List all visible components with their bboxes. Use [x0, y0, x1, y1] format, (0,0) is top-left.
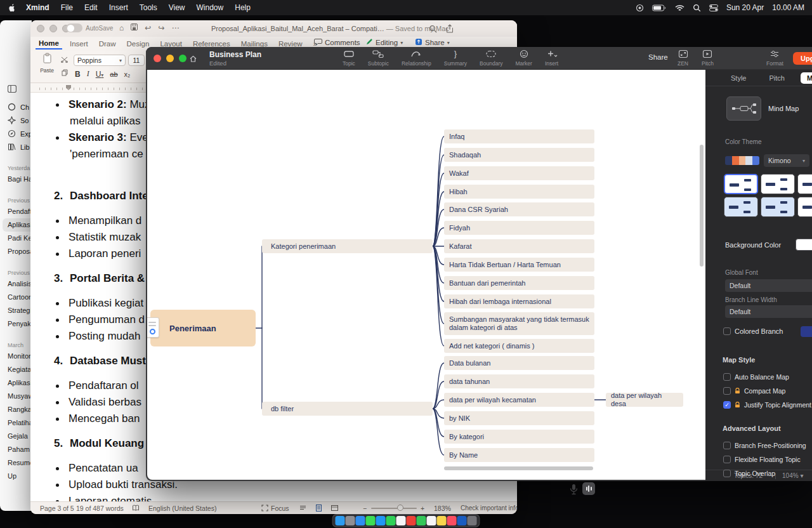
- dock-icon-word[interactable]: [457, 516, 467, 525]
- close-button[interactable]: [37, 25, 44, 32]
- copy-icon[interactable]: [62, 67, 68, 79]
- format-button[interactable]: Format: [766, 49, 783, 67]
- topic[interactable]: data tahunan: [444, 374, 594, 388]
- cut-icon[interactable]: [61, 54, 68, 65]
- record-indicator-icon[interactable]: [636, 4, 644, 12]
- dock-icon-messages[interactable]: [366, 516, 376, 525]
- topic[interactable]: by NIK: [444, 411, 594, 425]
- tool-marker[interactable]: Marker: [515, 49, 532, 67]
- checkbox-topic-overlap[interactable]: Topic Overlap: [723, 468, 812, 478]
- tool-relationship[interactable]: Relationship: [402, 49, 431, 67]
- subscript-button[interactable]: x₂: [124, 70, 131, 78]
- ribbon-tab-insert[interactable]: Insert: [67, 39, 91, 49]
- chat-item[interactable]: Padi Ken: [0, 232, 32, 245]
- editing-mode-button[interactable]: Editing ▾: [365, 38, 403, 47]
- theme-select[interactable]: Kimono▾: [764, 154, 809, 167]
- font-name-select[interactable]: Poppins▾: [74, 55, 126, 66]
- menu-edit[interactable]: Edit: [84, 3, 98, 12]
- important-info-notice[interactable]: Check important info.: [461, 505, 517, 512]
- dock-icon-finder[interactable]: [336, 516, 345, 525]
- horizontal-scrollbar[interactable]: [444, 466, 593, 470]
- topic[interactable]: Data bulanan: [444, 356, 594, 370]
- undo-icon[interactable]: ↩: [145, 23, 151, 32]
- dock-icon-calendar[interactable]: [427, 516, 436, 525]
- autosave-switch[interactable]: [66, 23, 82, 32]
- microphone-icon[interactable]: [569, 484, 579, 498]
- theme-thumbnail[interactable]: [724, 197, 758, 217]
- branch-color-swatch[interactable]: [801, 326, 812, 337]
- topic[interactable]: Shadaqah: [444, 148, 594, 162]
- sidebar-nav-exp[interactable]: Exp: [0, 127, 32, 140]
- topic[interactable]: Kategori penerimaan: [262, 239, 433, 253]
- view-draft-icon[interactable]: [299, 505, 306, 513]
- checkbox-icon[interactable]: [723, 327, 731, 335]
- dock-icon-music[interactable]: [447, 516, 457, 525]
- save-icon[interactable]: [131, 23, 138, 32]
- chat-item[interactable]: Monitori: [0, 350, 32, 363]
- sidebar-nav-so[interactable]: So: [0, 114, 32, 127]
- central-topic[interactable]: Penerimaan: [150, 310, 256, 346]
- active-app-name[interactable]: Xmind: [26, 3, 49, 12]
- chat-item[interactable]: Pendafta: [0, 205, 32, 218]
- menu-help[interactable]: Help: [235, 3, 251, 12]
- sidebar-nav-ch[interactable]: Ch: [0, 100, 32, 114]
- topic[interactable]: By Name: [444, 448, 594, 462]
- background-color-swatch[interactable]: [796, 239, 812, 251]
- topic[interactable]: Fidyah: [444, 221, 594, 235]
- vertical-scrollbar[interactable]: [700, 145, 704, 267]
- topic[interactable]: Sumbangan masyarakat yang tidak termasuk…: [444, 312, 594, 335]
- dock-icon-photos[interactable]: [396, 516, 406, 525]
- topic[interactable]: Hibah dari lembaga internasional: [444, 294, 594, 308]
- comments-button[interactable]: Comments: [314, 38, 360, 47]
- chat-item[interactable]: Up: [0, 470, 32, 483]
- pitch-mode-button[interactable]: Pitch: [702, 49, 714, 67]
- upgrade-button[interactable]: Upgrade: [793, 52, 812, 65]
- chat-item[interactable]: Pelatiha: [0, 416, 32, 430]
- dictation-button[interactable]: [582, 482, 595, 495]
- chat-item[interactable]: Cartoon: [0, 291, 32, 304]
- checkbox-icon[interactable]: [723, 387, 731, 395]
- tool-subtopic[interactable]: Subtopic: [368, 49, 389, 67]
- chat-item[interactable]: Resume: [0, 456, 32, 470]
- font-size-select[interactable]: 11: [128, 55, 145, 66]
- minimize-button[interactable]: [166, 55, 174, 62]
- global-font-select[interactable]: Default: [725, 279, 812, 292]
- chat-item[interactable]: Gejala: [0, 430, 32, 443]
- more-icon[interactable]: ⋯: [171, 23, 179, 32]
- dock-icon-settings[interactable]: [468, 516, 477, 525]
- chat-item[interactable]: Kegiatan: [0, 363, 32, 376]
- zoom-out-icon[interactable]: −: [363, 505, 367, 512]
- underline-button[interactable]: U▾: [96, 70, 104, 79]
- italic-button[interactable]: I: [87, 69, 89, 79]
- share-icon[interactable]: [446, 24, 454, 36]
- apple-menu-icon[interactable]: [8, 3, 16, 13]
- checkbox-icon[interactable]: ✓: [723, 401, 731, 409]
- bold-button[interactable]: B: [75, 70, 81, 79]
- checkbox-icon[interactable]: [723, 373, 731, 381]
- menu-time[interactable]: 10.00 AM: [772, 3, 804, 12]
- theme-thumbnail[interactable]: [724, 174, 758, 194]
- ribbon-tab-home[interactable]: Home: [36, 38, 62, 50]
- dock-icon-launchpad[interactable]: [346, 516, 355, 525]
- language-indicator[interactable]: English (United States): [148, 505, 216, 512]
- colored-branch-row[interactable]: Colored Branch: [723, 326, 812, 336]
- sidebar-nav-lib[interactable]: Lib: [0, 140, 32, 154]
- menu-date[interactable]: Sun 20 Apr: [726, 3, 764, 12]
- focus-icon[interactable]: [261, 505, 268, 513]
- proofing-icon[interactable]: [132, 505, 140, 513]
- dock-icon-maps[interactable]: [386, 516, 396, 525]
- tool-summary[interactable]: }Summary: [444, 49, 467, 67]
- checkbox-flexible-floating-topic[interactable]: Flexible Floating Topic: [723, 454, 812, 465]
- paste-button[interactable]: Paste: [37, 53, 57, 81]
- control-center-icon[interactable]: [709, 4, 718, 11]
- chat-item[interactable]: Paham: [0, 443, 32, 456]
- topic[interactable]: Bantuan dari pemerintah: [444, 276, 594, 290]
- chat-item[interactable]: Bagi Has: [0, 173, 32, 186]
- tool-topic[interactable]: Topic: [343, 49, 355, 67]
- close-button[interactable]: [154, 55, 161, 62]
- sidebar-toggle-icon[interactable]: [8, 84, 16, 95]
- chat-item[interactable]: Rangkai: [0, 403, 32, 416]
- menu-insert[interactable]: Insert: [109, 3, 128, 12]
- topic[interactable]: db filter: [262, 402, 433, 416]
- menu-file[interactable]: File: [61, 3, 73, 12]
